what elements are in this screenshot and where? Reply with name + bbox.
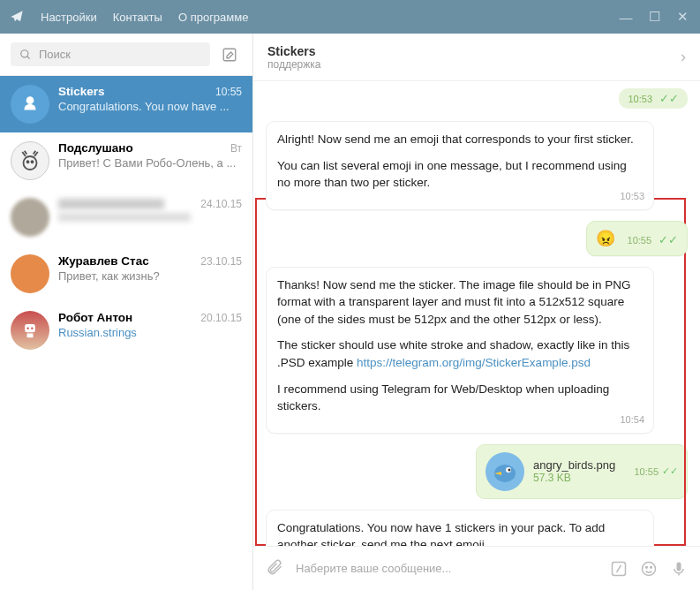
chat-preview: Congratulations. You now have ...	[58, 100, 242, 113]
svg-line-1	[27, 56, 30, 58]
message-time: 10:55	[628, 235, 652, 246]
chat-preview: Russian.strings	[58, 326, 242, 339]
message-time: 10:53	[620, 190, 644, 204]
chat-header: Stickers поддержка ›	[253, 34, 700, 81]
svg-point-18	[646, 566, 648, 568]
chat-item-blurred[interactable]: 24.10.15	[0, 189, 252, 246]
chat-name: Журавлев Стас	[58, 254, 149, 268]
svg-rect-10	[27, 334, 34, 338]
header-subtitle: поддержка	[267, 58, 681, 71]
svg-point-8	[27, 328, 29, 329]
message-text: Congratulations. You now have 1 stickers…	[277, 519, 643, 546]
message-text: You can list several emoji in one messag…	[277, 157, 643, 192]
menu-contacts[interactable]: Контакты	[113, 11, 162, 24]
menu-about[interactable]: О программе	[178, 11, 249, 24]
header-title: Stickers	[267, 44, 681, 58]
smile-icon	[640, 560, 658, 578]
incoming-message: Alright! Now send me an emoji that corre…	[266, 121, 654, 210]
file-size: 57.3 KB	[533, 472, 625, 484]
read-ticks-icon: ✓✓	[662, 465, 678, 477]
chat-time: 24.10.15	[200, 198, 242, 210]
svg-point-3	[26, 96, 34, 104]
svg-rect-2	[223, 49, 236, 61]
chat-time: 23.10.15	[200, 255, 242, 268]
search-input[interactable]: Поиск	[11, 42, 210, 66]
svg-point-14	[508, 468, 511, 471]
message-badge: 10:53 ✓✓	[619, 88, 688, 109]
chat-name: Stickers	[58, 85, 105, 98]
chat-item-robot[interactable]: Робот Антон20.10.15 Russian.strings	[0, 302, 252, 359]
avatar	[11, 85, 49, 124]
message-text: Alright! Now send me an emoji that corre…	[277, 131, 643, 148]
slash-icon	[610, 560, 628, 578]
svg-point-17	[643, 562, 656, 575]
avatar	[11, 141, 49, 180]
svg-rect-7	[25, 324, 35, 332]
outgoing-file-message[interactable]: angry_birds.png 57.3 KB 10:55 ✓✓	[476, 444, 688, 499]
chat-name: Подслушано	[58, 141, 133, 155]
telegram-logo-icon	[9, 9, 25, 25]
chat-item-zhuravlev[interactable]: Журавлев Стас23.10.15 Привет, как жизнь?	[0, 246, 252, 302]
sidebar: Поиск Stickers10:55 Congratulations. You…	[0, 34, 253, 590]
read-ticks-icon: ✓✓	[659, 92, 679, 105]
menu-settings[interactable]: Настройки	[41, 11, 97, 24]
badge-time: 10:53	[628, 94, 652, 104]
message-text: I recommend using Telegram for Web/Deskt…	[277, 381, 643, 415]
chat-time: 20.10.15	[200, 312, 242, 324]
avatar	[11, 254, 49, 293]
chat-item-podslushano[interactable]: ПодслушаноВт Привет! С Вами Робо-Олень, …	[0, 132, 252, 189]
chat-preview	[58, 213, 191, 222]
compose-button[interactable]	[217, 42, 242, 67]
file-thumbnail	[485, 452, 524, 491]
message-time: 10:55	[634, 466, 659, 477]
microphone-icon	[670, 560, 688, 578]
compose-icon	[222, 47, 237, 63]
file-name: angry_birds.png	[533, 458, 625, 472]
command-button[interactable]	[610, 560, 628, 578]
attach-button[interactable]	[266, 558, 283, 579]
composer: Наберите ваше сообщение...	[253, 546, 700, 590]
paperclip-icon	[266, 558, 283, 576]
emoji-button[interactable]	[640, 560, 658, 578]
chat-preview: Привет, как жизнь?	[58, 269, 242, 283]
chat-list: Stickers10:55 Congratulations. You now h…	[0, 76, 252, 590]
messages-area[interactable]: 10:53 ✓✓ Alright! Now send me an emoji t…	[253, 81, 700, 546]
message-input[interactable]: Наберите ваше сообщение...	[296, 562, 598, 575]
close-button[interactable]: ✕	[674, 8, 691, 26]
header-more-button[interactable]: ›	[681, 48, 686, 66]
voice-button[interactable]	[670, 560, 688, 578]
outgoing-message: 😠 10:55 ✓✓	[586, 221, 688, 256]
read-ticks-icon: ✓✓	[659, 233, 678, 246]
avatar	[11, 198, 49, 237]
search-placeholder: Поиск	[39, 48, 71, 61]
svg-point-0	[21, 49, 28, 57]
svg-point-19	[651, 566, 652, 568]
titlebar: Настройки Контакты О программе — ☐ ✕	[0, 0, 700, 34]
svg-point-4	[24, 156, 37, 170]
avatar	[11, 311, 49, 350]
message-time: 10:54	[620, 413, 644, 427]
svg-point-5	[27, 161, 29, 163]
message-text: Thanks! Now send me the sticker. The ima…	[277, 276, 643, 329]
content: Stickers поддержка › 10:53 ✓✓ Alright! N…	[253, 34, 700, 590]
maximize-button[interactable]: ☐	[645, 8, 663, 26]
window-controls: — ☐ ✕	[617, 8, 691, 26]
svg-point-6	[32, 161, 34, 163]
message-text: The sticker should use white stroke and …	[277, 337, 643, 371]
chat-preview: Привет! С Вами Робо-Олень, а ...	[58, 156, 242, 170]
search-row: Поиск	[0, 34, 252, 76]
chat-time: 10:55	[215, 86, 242, 98]
chat-time: Вт	[230, 142, 242, 155]
incoming-message: Thanks! Now send me the sticker. The ima…	[266, 267, 654, 434]
svg-rect-20	[677, 562, 681, 571]
psd-link[interactable]: https://telegram.org/img/StickerExample.…	[357, 356, 591, 369]
search-icon	[19, 49, 32, 61]
svg-point-9	[31, 328, 33, 329]
titlebar-menu: Настройки Контакты О программе	[41, 11, 248, 24]
chat-item-stickers[interactable]: Stickers10:55 Congratulations. You now h…	[0, 76, 252, 132]
emoji-icon: 😠	[596, 230, 615, 247]
minimize-button[interactable]: —	[617, 8, 635, 26]
chat-name: Робот Антон	[58, 311, 132, 324]
incoming-message: Congratulations. You now have 1 stickers…	[266, 510, 654, 546]
svg-line-16	[617, 564, 621, 571]
